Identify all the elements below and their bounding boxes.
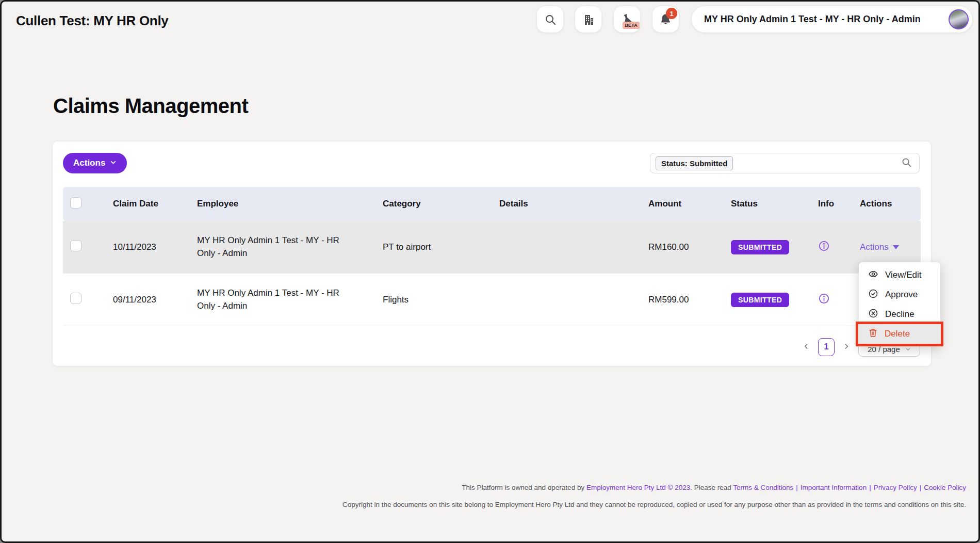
chevron-left-icon: [803, 343, 810, 352]
search-icon: [901, 157, 912, 170]
footer-separator: |: [920, 484, 922, 491]
check-circle-icon: [868, 289, 878, 301]
notification-count-badge: 1: [666, 8, 677, 19]
menu-item-decline[interactable]: Decline: [859, 305, 940, 324]
info-icon: [818, 240, 830, 253]
column-header-amount: Amount: [648, 199, 731, 209]
app-window: Cullen Test: MY HR Only BETA: [0, 0, 980, 543]
building-icon: [582, 13, 595, 26]
page-title: Claims Management: [53, 94, 248, 118]
chevron-down-icon: [110, 158, 117, 168]
table-row: 09/11/2023 MY HR Only Admin 1 Test - MY …: [63, 274, 921, 326]
notifications-button[interactable]: 1: [652, 6, 679, 33]
privacy-policy-link[interactable]: Privacy Policy: [874, 484, 917, 491]
amount-cell: RM599.00: [648, 295, 731, 305]
column-header-details: Details: [499, 199, 648, 209]
important-information-link[interactable]: Important Information: [801, 484, 867, 491]
cookie-policy-link[interactable]: Cookie Policy: [924, 484, 966, 491]
category-cell: Flights: [383, 295, 499, 305]
bulk-actions-button[interactable]: Actions: [63, 153, 127, 173]
menu-item-view-edit[interactable]: View/Edit: [859, 265, 940, 285]
company-link[interactable]: Employment Hero Pty Ltd © 2023: [586, 484, 690, 491]
terms-link[interactable]: Terms & Conditions: [733, 484, 793, 491]
employee-cell: MY HR Only Admin 1 Test - MY - HR Only -…: [197, 234, 383, 260]
avatar: [949, 9, 969, 29]
footer: This Platform is owned and operated by E…: [2, 484, 966, 508]
info-button[interactable]: [818, 240, 830, 253]
beta-badge: BETA: [623, 22, 640, 29]
status-badge: SUBMITTED: [731, 240, 789, 254]
column-header-status: Status: [731, 199, 818, 209]
eye-icon: [868, 269, 878, 282]
previous-page-button[interactable]: [802, 343, 811, 352]
footer-text: This Platform is owned and operated by: [462, 484, 586, 491]
claim-date-cell: 09/11/2023: [113, 295, 197, 305]
table-header-row: Claim Date Employee Category Details Amo…: [63, 187, 921, 221]
claims-filter-input[interactable]: Status: Submitted: [650, 153, 920, 173]
trash-icon: [868, 328, 878, 340]
footer-text: . Please read: [690, 484, 733, 491]
info-icon: [818, 293, 830, 306]
menu-item-approve[interactable]: Approve: [859, 285, 940, 305]
category-cell: PT to airport: [383, 242, 499, 252]
footer-separator: |: [869, 484, 871, 491]
select-all-checkbox[interactable]: [70, 197, 81, 209]
chevron-right-icon: [843, 343, 850, 352]
user-menu-label: MY HR Only Admin 1 Test - MY - HR Only -…: [704, 14, 921, 25]
global-search-button[interactable]: [537, 6, 563, 33]
employee-cell: MY HR Only Admin 1 Test - MY - HR Only -…: [197, 287, 383, 312]
status-filter-tag[interactable]: Status: Submitted: [656, 156, 733, 170]
caret-down-icon: [893, 245, 899, 249]
footer-separator: |: [796, 484, 798, 491]
column-header-category: Category: [383, 199, 499, 209]
amount-cell: RM160.00: [648, 242, 731, 252]
claims-table: Claim Date Employee Category Details Amo…: [63, 187, 921, 326]
column-header-employee: Employee: [197, 199, 383, 209]
column-header-actions: Actions: [860, 199, 921, 209]
status-badge: SUBMITTED: [731, 293, 789, 307]
row-actions-menu: View/Edit Approve Decline Delete: [859, 262, 940, 346]
copyright-text: Copyright in the documents on this site …: [2, 501, 966, 508]
claims-card: Actions Status: Submitted Claim Date Emp…: [52, 141, 932, 366]
search-icon: [544, 13, 557, 26]
company-switcher-button[interactable]: [575, 6, 601, 33]
labs-beta-button[interactable]: BETA: [614, 6, 640, 33]
column-header-info: Info: [818, 199, 860, 209]
claim-date-cell: 10/11/2023: [113, 242, 197, 252]
row-actions-trigger[interactable]: Actions: [860, 242, 899, 252]
column-header-claim-date: Claim Date: [113, 199, 197, 209]
org-title: Cullen Test: MY HR Only: [16, 13, 169, 29]
row-checkbox[interactable]: [70, 293, 81, 304]
info-button[interactable]: [818, 293, 830, 306]
page-number-button[interactable]: 1: [818, 338, 835, 356]
x-circle-icon: [868, 308, 878, 321]
row-checkbox[interactable]: [70, 240, 81, 251]
table-row: 10/11/2023 MY HR Only Admin 1 Test - MY …: [63, 221, 921, 274]
next-page-button[interactable]: [842, 343, 851, 352]
menu-item-delete[interactable]: Delete: [859, 324, 940, 344]
user-menu[interactable]: MY HR Only Admin 1 Test - MY - HR Only -…: [692, 6, 972, 33]
